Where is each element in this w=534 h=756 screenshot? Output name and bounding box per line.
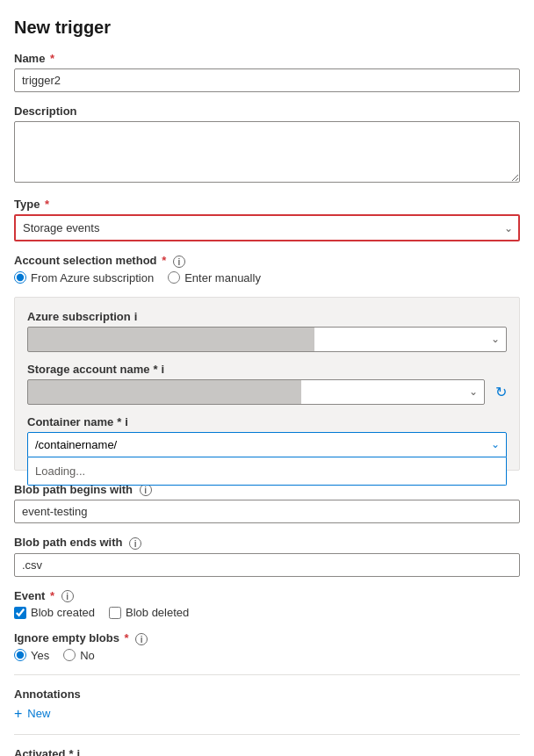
account-selection-label-text: Account selection method <box>14 254 157 267</box>
blob-deleted-option[interactable]: Blob deleted <box>109 606 189 619</box>
ignore-empty-blobs-label-text: Ignore empty blobs <box>14 631 119 644</box>
name-required: * <box>47 52 54 65</box>
event-label-text: Event <box>14 589 45 602</box>
storage-account-label-text: Storage account name <box>27 363 149 376</box>
blob-path-begins-info-icon[interactable]: i <box>140 484 152 496</box>
azure-subscription-info-icon[interactable]: i <box>134 310 138 323</box>
container-name-field: Container name * i /containername/ ⌄ Loa… <box>27 415 507 457</box>
ignore-empty-blobs-group: Ignore empty blobs * i Yes No <box>14 631 520 662</box>
storage-account-info-icon[interactable]: i <box>162 363 165 376</box>
storage-account-select-wrapper: ⌄ <box>27 379 485 405</box>
name-input[interactable] <box>14 68 520 92</box>
type-required: * <box>41 198 49 211</box>
activated-info-icon[interactable]: i <box>77 747 81 756</box>
refresh-icon[interactable]: ↻ <box>495 384 507 400</box>
container-required: * <box>117 415 121 428</box>
name-label: Name * <box>14 52 520 65</box>
account-selection-group: Account selection method * i From Azure … <box>14 254 520 284</box>
activated-label: Activated * i <box>14 747 520 756</box>
container-name-label: Container name * i <box>27 415 507 428</box>
yes-radio[interactable] <box>14 649 26 661</box>
container-dropdown-panel: Loading... <box>27 457 507 486</box>
ignore-empty-radio-group: Yes No <box>14 649 520 662</box>
event-checkbox-group: Blob created Blob deleted <box>14 606 520 619</box>
storage-account-field: Storage account name * i ⌄ ↻ <box>27 363 507 405</box>
from-azure-option[interactable]: From Azure subscription <box>14 271 154 284</box>
container-name-info-icon[interactable]: i <box>125 415 128 428</box>
annotations-label: Annotations <box>14 688 520 701</box>
container-name-label-text: Container name <box>27 415 113 428</box>
loading-text: Loading... <box>35 464 85 478</box>
event-section: Event * i Blob created Blob deleted <box>14 589 520 620</box>
annotations-label-text: Annotations <box>14 688 81 701</box>
blob-path-ends-info-icon[interactable]: i <box>129 537 141 550</box>
from-azure-radio[interactable] <box>14 271 26 284</box>
ignore-empty-blobs-info-icon[interactable]: i <box>135 633 148 645</box>
storage-account-label: Storage account name * i <box>27 363 507 376</box>
enter-manually-option[interactable]: Enter manually <box>168 271 261 284</box>
blob-path-begins-group: Blob path begins with i <box>14 483 520 524</box>
account-selection-radio-group: From Azure subscription Enter manually <box>14 271 520 284</box>
type-label: Type * <box>14 198 520 211</box>
azure-subscription-label: Azure subscription i <box>27 310 507 323</box>
description-label: Description <box>14 104 520 118</box>
description-input[interactable] <box>14 121 520 183</box>
storage-account-select[interactable] <box>27 379 485 405</box>
blob-path-begins-input[interactable] <box>14 500 520 523</box>
no-radio[interactable] <box>63 649 76 661</box>
blob-created-label: Blob created <box>31 606 95 619</box>
event-info-icon[interactable]: i <box>61 590 74 602</box>
azure-subscription-select-wrapper: ⌄ <box>27 327 507 352</box>
type-label-text: Type <box>14 198 40 211</box>
description-label-text: Description <box>14 104 77 118</box>
activated-required: * <box>69 747 74 756</box>
container-name-select[interactable]: /containername/ <box>27 432 507 457</box>
storage-account-row: ⌄ ↻ <box>27 379 507 405</box>
event-label: Event * i <box>14 589 520 603</box>
blob-deleted-label: Blob deleted <box>126 606 189 619</box>
enter-manually-label: Enter manually <box>184 271 261 284</box>
yes-option[interactable]: Yes <box>14 649 49 662</box>
page-title: New trigger <box>14 18 520 38</box>
ignore-empty-required: * <box>121 631 129 644</box>
no-label: No <box>80 649 95 662</box>
add-annotation-label: New <box>27 707 50 720</box>
account-selection-info-icon[interactable]: i <box>173 256 185 268</box>
type-select[interactable]: Storage events Schedule Tumbling window … <box>14 214 520 241</box>
azure-subscription-field: Azure subscription i ⌄ <box>27 310 507 352</box>
blob-path-ends-input[interactable] <box>14 553 520 577</box>
type-field-group: Type * Storage events Schedule Tumbling … <box>14 198 520 241</box>
divider-2 <box>14 734 520 735</box>
azure-subscription-select[interactable] <box>27 327 507 352</box>
enter-manually-radio[interactable] <box>168 271 180 284</box>
divider <box>14 674 520 675</box>
plus-icon: + <box>14 706 22 722</box>
container-select-box-wrapper: /containername/ ⌄ <box>27 432 507 457</box>
container-select-wrapper: /containername/ ⌄ Loading... <box>27 432 507 457</box>
storage-required: * <box>153 363 157 376</box>
add-annotation-button[interactable]: + New <box>14 706 520 722</box>
blob-path-ends-label-text: Blob path ends with <box>14 536 123 549</box>
blob-path-ends-group: Blob path ends with i <box>14 536 520 577</box>
annotations-section: Annotations + New <box>14 688 520 722</box>
description-field-group: Description <box>14 104 520 185</box>
event-required: * <box>47 589 54 602</box>
activated-label-text: Activated <box>14 747 66 756</box>
account-selection-required: * <box>159 254 167 267</box>
blob-created-checkbox[interactable] <box>14 607 26 619</box>
azure-subscription-label-text: Azure subscription <box>27 310 131 323</box>
blob-path-ends-label: Blob path ends with i <box>14 536 520 550</box>
no-option[interactable]: No <box>63 649 95 662</box>
account-selection-label: Account selection method * i <box>14 254 520 268</box>
blob-deleted-checkbox[interactable] <box>109 607 121 619</box>
activated-group: Activated * i <box>14 747 520 756</box>
azure-section: Azure subscription i ⌄ Storage account n… <box>14 297 520 471</box>
name-label-text: Name <box>14 52 45 65</box>
yes-label: Yes <box>31 649 49 662</box>
from-azure-label: From Azure subscription <box>31 271 154 284</box>
ignore-empty-blobs-label: Ignore empty blobs * i <box>14 631 520 645</box>
type-select-wrapper: Storage events Schedule Tumbling window … <box>14 214 520 241</box>
blob-created-option[interactable]: Blob created <box>14 606 95 619</box>
name-field-group: Name * <box>14 52 520 92</box>
